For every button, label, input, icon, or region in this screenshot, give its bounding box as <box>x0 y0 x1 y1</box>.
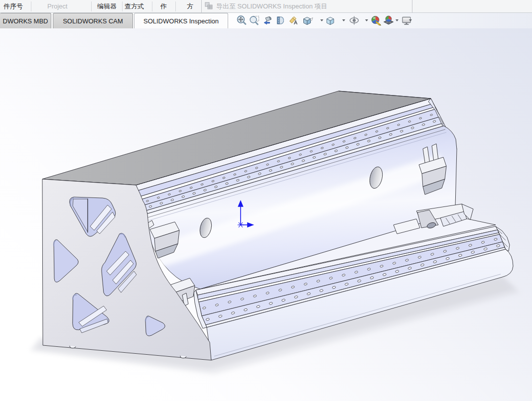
heads-up-toolbar <box>228 13 532 28</box>
hide-show-items-button[interactable] <box>348 14 360 26</box>
menu-separator <box>122 1 123 11</box>
menu-separator <box>31 1 31 11</box>
export-icon <box>204 1 213 12</box>
command-manager-tabs: DWORKS MBD SOLIDWORKS CAM SOLIDWORKS Ins… <box>0 13 532 28</box>
menu-separator <box>91 1 92 11</box>
dynamic-annotation-views-button[interactable] <box>287 14 299 26</box>
zoom-to-area-button[interactable] <box>249 14 261 26</box>
menu-separator <box>201 0 202 13</box>
previous-view-button[interactable] <box>262 14 274 26</box>
extrusion-part <box>42 91 513 360</box>
view-orientation-dropdown-icon[interactable] <box>320 19 323 21</box>
tab-solidworks-mbd[interactable]: DWORKS MBD <box>0 13 51 28</box>
menu-item-method[interactable]: 方 <box>187 0 193 13</box>
menu-item-editor[interactable]: 编辑器 <box>97 0 117 13</box>
menu-item-view-mode[interactable]: 查方式 <box>125 0 144 13</box>
tab-solidworks-cam[interactable]: SOLIDWORKS CAM <box>53 13 133 28</box>
tab-solidworks-inspection[interactable]: SOLIDWORKS Inspection <box>134 13 228 28</box>
section-view-button[interactable] <box>274 14 286 26</box>
menu-separator <box>175 1 176 11</box>
menu-separator <box>412 0 412 13</box>
menu-bar: 件序号 Project 编辑器 查方式 作 方 导出至 SOLIDWORKS I… <box>0 0 532 13</box>
edit-appearance-button[interactable] <box>370 14 382 26</box>
view-orientation-button[interactable] <box>301 14 313 26</box>
cad-model-extrusion <box>0 28 532 401</box>
apply-scene-dropdown-icon[interactable] <box>396 19 399 21</box>
view-settings-dropdown-icon[interactable] <box>409 19 412 21</box>
export-to-inspection-item: 导出至 SOLIDWORKS Inspection 项目 <box>204 0 327 13</box>
display-style-dropdown-icon[interactable] <box>342 19 345 21</box>
graphics-viewport[interactable] <box>0 28 532 401</box>
solidworks-window: { "menu_bar": { "items": [ { "label": "件… <box>0 0 532 401</box>
hide-show-items-dropdown-icon[interactable] <box>365 19 368 21</box>
apply-scene-button[interactable] <box>383 14 395 26</box>
menu-item-action[interactable]: 作 <box>160 0 167 13</box>
zoom-to-fit-button[interactable] <box>236 14 248 26</box>
menu-item-project: Project <box>47 0 67 13</box>
menu-separator <box>152 1 152 11</box>
menu-item-balloon[interactable]: 件序号 <box>3 0 23 13</box>
display-style-button[interactable] <box>324 14 336 26</box>
export-label: 导出至 SOLIDWORKS Inspection 项目 <box>216 2 327 11</box>
